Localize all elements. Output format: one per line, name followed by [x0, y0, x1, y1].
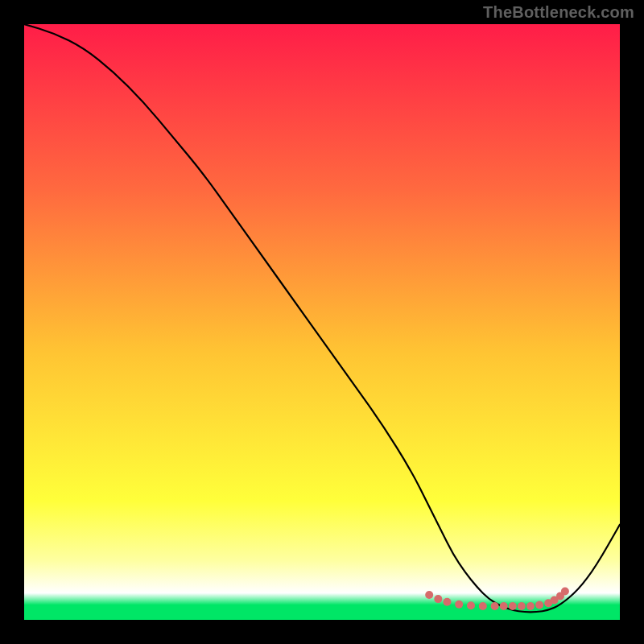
optimal-dot	[479, 602, 487, 610]
optimal-dot	[518, 602, 526, 610]
optimal-dot	[443, 598, 451, 606]
optimal-dot	[491, 602, 499, 610]
plot-background	[24, 24, 620, 620]
plot-area	[24, 24, 620, 620]
optimal-dot	[535, 601, 543, 609]
chart-stage: TheBottleneck.com	[0, 0, 644, 644]
chart-svg	[24, 24, 620, 620]
watermark-text: TheBottleneck.com	[483, 3, 634, 22]
optimal-dot	[561, 587, 569, 595]
optimal-dot	[425, 591, 433, 599]
optimal-dot	[500, 602, 508, 610]
optimal-dot	[467, 601, 475, 609]
optimal-dot	[526, 602, 535, 610]
optimal-dot	[455, 601, 463, 609]
optimal-dot	[434, 595, 442, 603]
optimal-dot	[509, 602, 517, 610]
